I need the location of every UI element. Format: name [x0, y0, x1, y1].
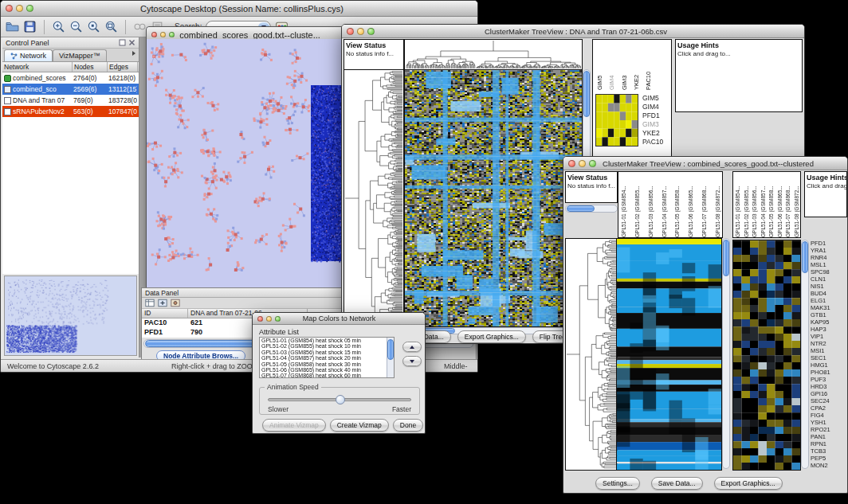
float-panel-icon[interactable]	[119, 39, 126, 46]
column-header-network[interactable]: Network	[2, 62, 73, 72]
column-header-nodes[interactable]: Nodes	[73, 62, 108, 72]
gene-label: YRA1	[811, 247, 847, 254]
attribute-list-item[interactable]: GPL51-07 (GSM868) heat shock 60 min	[260, 373, 394, 378]
scrollbar-thumb[interactable]	[583, 71, 590, 117]
treeview-button[interactable]: Export Graphics...	[714, 477, 783, 490]
map-colors-title: Map Colors to Network	[285, 315, 425, 322]
attribute-list-item[interactable]: GPL51-04 (GSM857) heat shock 20 min	[260, 355, 394, 361]
network-canvas[interactable]	[147, 39, 344, 288]
gene-label: PFD1	[642, 111, 671, 120]
save-icon[interactable]	[23, 20, 37, 33]
column-label: GPL51-07 (GSM868...	[785, 174, 791, 237]
tab-vizmapper[interactable]: VizMapper™	[53, 49, 107, 61]
zoom-button[interactable]	[26, 5, 33, 12]
attribute-batch-icon[interactable]	[171, 299, 180, 307]
network-table-row[interactable]: combined_sco 2569(6) 13112(15)	[2, 84, 139, 95]
status-hscrollbar[interactable]	[565, 205, 618, 213]
minimize-button[interactable]	[160, 32, 166, 37]
network-table-row[interactable]: DNA and Tran 07 769(0) 183728(0)	[2, 95, 139, 106]
minimize-button[interactable]	[579, 160, 586, 167]
gene-dendrogram-canvas[interactable]	[344, 69, 404, 327]
minimize-button[interactable]	[266, 316, 272, 322]
open-file-icon[interactable]	[6, 20, 19, 33]
gene-label: TCB3	[811, 447, 847, 455]
speed-slider[interactable]	[268, 398, 411, 401]
zoom-button[interactable]	[169, 32, 175, 37]
column-label: GIM5	[596, 42, 603, 90]
minimize-button[interactable]	[357, 28, 364, 35]
scrollbar-thumb[interactable]	[567, 205, 595, 212]
scrollbar-thumb[interactable]	[723, 240, 729, 276]
scrollbar-thumb[interactable]	[387, 339, 394, 360]
zoom-in-icon[interactable]	[52, 20, 65, 33]
treeview-button[interactable]: Settings...	[595, 477, 640, 490]
attribute-list-item[interactable]: GPL51-02 (GSM855) heat shock 10 min	[260, 343, 394, 349]
attribute-list-item[interactable]: GPL51-05 (GSM858) heat shock 30 min	[260, 361, 394, 367]
close-button[interactable]	[568, 160, 575, 167]
view-status-panel: View Status No status info f...	[565, 171, 618, 203]
zoom-button[interactable]	[589, 160, 596, 167]
treeview-button[interactable]: Save Data...	[651, 477, 703, 490]
tab-network[interactable]: Network	[4, 49, 53, 61]
gene-label: GIM4	[642, 103, 671, 111]
select-attributes-icon[interactable]	[145, 299, 155, 307]
treeview-combined-buttons: Settings...Save Data...Export Graphics..…	[595, 477, 783, 490]
dialog-button[interactable]: Create Vizmap	[330, 419, 389, 432]
cytoscape-titlebar[interactable]: Cytoscape Desktop (Session Name: collins…	[1, 1, 477, 17]
column-label: GPL51-05 (GSM858...	[768, 174, 775, 237]
scrollbar-thumb[interactable]	[802, 241, 808, 273]
slider-thumb[interactable]	[336, 395, 345, 404]
attribute-list-item[interactable]: GPL51-03 (GSM856) heat shock 15 min	[260, 350, 394, 355]
network-overview-canvas[interactable]	[4, 275, 137, 356]
zoom-vscrollbar[interactable]	[801, 240, 809, 469]
heatmap-vscrollbar[interactable]	[722, 238, 730, 469]
minimize-button[interactable]	[16, 5, 23, 12]
close-button[interactable]	[151, 32, 157, 37]
zoom-button[interactable]	[367, 28, 375, 35]
treeview-button[interactable]: Export Graphics...	[457, 330, 526, 343]
attribute-list-label: Attribute List	[259, 328, 299, 336]
attribute-list-item[interactable]: GPL51-01 (GSM854) heat shock 05 min	[260, 338, 394, 343]
gene-label: PUF3	[811, 376, 847, 383]
zoom-fit-icon[interactable]	[104, 20, 118, 33]
zoom-out-icon[interactable]	[69, 20, 83, 33]
selected-genes-heatmap-canvas[interactable]	[595, 94, 638, 147]
move-down-button[interactable]	[402, 356, 422, 366]
attribute-list[interactable]: GPL51-01 (GSM854) heat shock 05 minGPL51…	[259, 337, 395, 378]
tab-overflow-arrow[interactable]	[132, 45, 139, 61]
down-arrow-icon	[410, 360, 414, 363]
column-labels: GIM5GIM4GIM3YKE2PAC10	[596, 42, 652, 90]
close-button[interactable]	[347, 28, 354, 35]
gene-label: SPC98	[811, 268, 847, 275]
treeview-combined-titlebar[interactable]: ClusterMaker TreeView : combined_scores_…	[563, 157, 847, 170]
array-dendrogram-canvas[interactable]	[404, 39, 583, 70]
dialog-button[interactable]: Done	[393, 419, 423, 432]
map-colors-titlebar[interactable]: Map Colors to Network	[253, 313, 425, 325]
column-header-id[interactable]: ID	[142, 309, 188, 318]
dialog-button[interactable]: Animate Vizmap	[262, 419, 326, 432]
gene-label: PAC10	[642, 138, 671, 147]
zoom-heatmap-canvas[interactable]	[732, 240, 801, 471]
move-up-button[interactable]	[402, 342, 422, 352]
gene-label: FIG4	[811, 412, 847, 419]
network-table-row[interactable]: sRNAPuberNov2 563(0) 107847(0)	[2, 106, 139, 117]
gene-label: GTB1	[811, 311, 847, 318]
column-labels: GPL51-01 (GSM854...GPL51-02 (GSM855...GP…	[621, 174, 721, 237]
zoom-actual-size-icon[interactable]	[87, 20, 100, 33]
attribute-list-item[interactable]: GPL51-06 (GSM865) heat shock 40 min	[260, 367, 394, 373]
create-attribute-icon[interactable]	[158, 299, 167, 307]
heatmap-canvas[interactable]	[616, 238, 722, 471]
gene-label: HRD3	[811, 383, 847, 390]
network-table-row[interactable]: combined_scores 2764(0) 16218(0)	[2, 72, 139, 84]
treeview-dna-titlebar[interactable]: ClusterMaker TreeView : DNA and Tran 07-…	[342, 25, 804, 38]
attribute-list-scrollbar[interactable]	[387, 338, 394, 377]
link-icon[interactable]	[133, 20, 147, 33]
close-button[interactable]	[6, 5, 13, 12]
column-header-edges[interactable]: Edges	[108, 62, 138, 72]
heatmap-canvas[interactable]	[404, 69, 583, 327]
gene-dendrogram-canvas[interactable]	[565, 238, 618, 471]
gene-label: SEC24	[811, 397, 847, 404]
network-table: combined_scores 2764(0) 16218(0) combine…	[2, 72, 139, 117]
zoom-button[interactable]	[275, 316, 281, 322]
close-button[interactable]	[257, 316, 263, 322]
